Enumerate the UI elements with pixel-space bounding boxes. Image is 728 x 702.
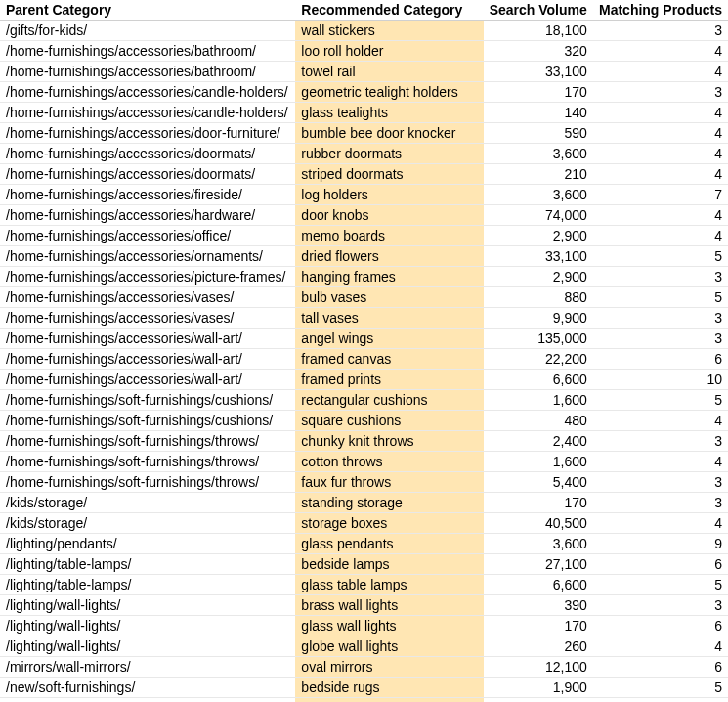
cell-matching: 4 <box>593 123 728 144</box>
cell-parent: /lighting/wall-lights/ <box>0 636 295 657</box>
cell-volume: 12,100 <box>484 657 593 678</box>
cell-volume: 2,400 <box>484 431 593 452</box>
table-row: /home-furnishings/accessories/wall-art/f… <box>0 370 728 390</box>
cell-volume: 480 <box>484 411 593 431</box>
header-recommended: Recommended Category <box>295 0 483 21</box>
cell-recommended: geometric tealight holders <box>295 82 483 103</box>
cell-recommended: striped doormats <box>295 164 483 185</box>
cell-volume: 2,900 <box>484 226 593 246</box>
cell-volume: 210 <box>484 164 593 185</box>
cell-recommended: framed prints <box>295 370 483 390</box>
cell-recommended: bumble bee door knocker <box>295 123 483 144</box>
cell-volume: 590 <box>484 123 593 144</box>
cell-recommended: glass pendants <box>295 534 483 554</box>
cell-parent: /lighting/pendants/ <box>0 534 295 554</box>
cell-matching: 3 <box>593 595 728 616</box>
cell-volume: 3,600 <box>484 185 593 205</box>
table-row: /home-furnishings/accessories/doormats/s… <box>0 164 728 185</box>
table-row: /lighting/pendants/glass pendants3,6009 <box>0 534 728 554</box>
cell-matching: 3 <box>593 82 728 103</box>
cell-parent: /home-furnishings/soft-furnishings/throw… <box>0 472 295 493</box>
cell-volume: 2,900 <box>484 267 593 287</box>
table-row: /home-furnishings/accessories/fireside/l… <box>0 185 728 205</box>
table-row: /lighting/table-lamps/bedside lamps27,10… <box>0 554 728 575</box>
cell-recommended: globe wall lights <box>295 636 483 657</box>
cell-matching: 5 <box>593 287 728 308</box>
cell-matching: 4 <box>593 205 728 226</box>
cell-matching: 4 <box>593 226 728 246</box>
table-row: /lighting/table-lamps/glass table lamps6… <box>0 575 728 595</box>
cell-parent: /home-furnishings/soft-furnishings/throw… <box>0 431 295 452</box>
cell-parent: /kids/storage/ <box>0 493 295 513</box>
cell-matching: 3 <box>593 267 728 287</box>
cell-recommended: glass tealights <box>295 103 483 123</box>
cell-recommended: oval mirrors <box>295 657 483 678</box>
table-row: /home-furnishings/accessories/bathroom/l… <box>0 41 728 62</box>
cell-parent: /new/soft-furnishings/ <box>0 678 295 698</box>
cell-parent: /home-furnishings/accessories/hardware/ <box>0 205 295 226</box>
cell-volume: 40,500 <box>484 513 593 534</box>
cell-recommended: framed canvas <box>295 349 483 370</box>
cell-matching: 4 <box>593 164 728 185</box>
cell-matching: 4 <box>593 41 728 62</box>
cell-recommended: storage boxes <box>295 513 483 534</box>
cell-volume: 6,600 <box>484 370 593 390</box>
cell-matching: 4 <box>593 452 728 472</box>
table-body: /gifts/for-kids/wall stickers18,1003/hom… <box>0 21 728 703</box>
cell-parent: /new/soft-furnishings/ <box>0 698 295 703</box>
cell-matching: 4 <box>593 636 728 657</box>
cell-matching: 5 <box>593 678 728 698</box>
cell-recommended: square cushions <box>295 411 483 431</box>
cell-matching: 7 <box>593 185 728 205</box>
cell-matching: 3 <box>593 493 728 513</box>
cell-matching: 3 <box>593 308 728 329</box>
header-volume: Search Volume <box>484 0 593 21</box>
table-row: /home-furnishings/soft-furnishings/cushi… <box>0 390 728 411</box>
cell-recommended: faux fur throws <box>295 472 483 493</box>
cell-recommended: wall stickers <box>295 21 483 41</box>
cell-recommended: brass wall lights <box>295 595 483 616</box>
cell-recommended: rubber doormats <box>295 144 483 164</box>
cell-volume: 3,600 <box>484 534 593 554</box>
cell-volume: 170 <box>484 82 593 103</box>
cell-recommended: cotton throws <box>295 452 483 472</box>
table-row: /home-furnishings/accessories/doormats/r… <box>0 144 728 164</box>
cell-volume: 33,100 <box>484 246 593 267</box>
cell-matching: 6 <box>593 554 728 575</box>
cell-recommended: bedside rugs <box>295 678 483 698</box>
cell-matching: 5 <box>593 246 728 267</box>
cell-parent: /gifts/for-kids/ <box>0 21 295 41</box>
cell-parent: /home-furnishings/accessories/picture-fr… <box>0 267 295 287</box>
cell-matching: 3 <box>593 329 728 349</box>
cell-volume: 5,400 <box>484 472 593 493</box>
header-parent: Parent Category <box>0 0 295 21</box>
cell-volume: 260 <box>484 636 593 657</box>
cell-parent: /lighting/table-lamps/ <box>0 554 295 575</box>
cell-parent: /home-furnishings/accessories/wall-art/ <box>0 329 295 349</box>
table-row: /kids/storage/standing storage1703 <box>0 493 728 513</box>
cell-parent: /home-furnishings/soft-furnishings/cushi… <box>0 411 295 431</box>
table-row: /mirrors/wall-mirrors/oval mirrors12,100… <box>0 657 728 678</box>
cell-volume: 140 <box>484 103 593 123</box>
cell-volume: 74,000 <box>484 205 593 226</box>
cell-matching: 3 <box>593 21 728 41</box>
category-table: Parent Category Recommended Category Sea… <box>0 0 728 702</box>
header-matching: Matching Products <box>593 0 728 21</box>
cell-volume: 260 <box>484 698 593 703</box>
cell-parent: /lighting/wall-lights/ <box>0 616 295 636</box>
table-row: /lighting/wall-lights/globe wall lights2… <box>0 636 728 657</box>
table-row: /home-furnishings/accessories/hardware/d… <box>0 205 728 226</box>
cell-recommended: bulb vases <box>295 287 483 308</box>
table-row: /home-furnishings/accessories/bathroom/t… <box>0 62 728 82</box>
table-row: /home-furnishings/accessories/wall-art/f… <box>0 349 728 370</box>
cell-recommended: rectangular cushions <box>295 390 483 411</box>
cell-parent: /home-furnishings/accessories/vases/ <box>0 308 295 329</box>
table-row: /home-furnishings/accessories/office/mem… <box>0 226 728 246</box>
cell-parent: /home-furnishings/soft-furnishings/throw… <box>0 452 295 472</box>
cell-matching: 5 <box>593 575 728 595</box>
cell-parent: /home-furnishings/accessories/fireside/ <box>0 185 295 205</box>
cell-recommended: standing storage <box>295 493 483 513</box>
table-row: /home-furnishings/accessories/door-furni… <box>0 123 728 144</box>
cell-volume: 135,000 <box>484 329 593 349</box>
cell-parent: /home-furnishings/accessories/bathroom/ <box>0 41 295 62</box>
